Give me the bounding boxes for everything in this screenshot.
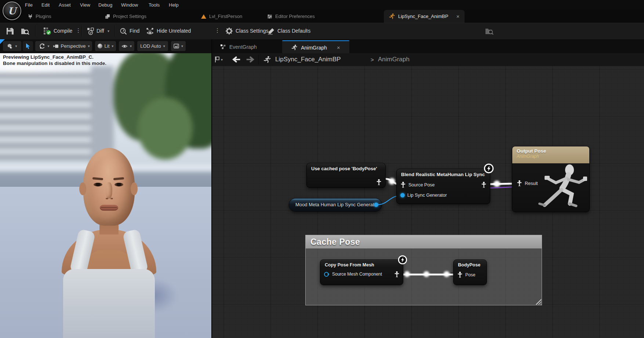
pose-output-pin[interactable]	[376, 179, 382, 185]
mannequin-figure	[533, 163, 589, 210]
bookmark-icon[interactable]	[214, 56, 220, 63]
menu-edit[interactable]: Edit	[41, 2, 50, 8]
tab-close-icon[interactable]: ×	[456, 13, 460, 19]
viewport-lod-dropdown[interactable]: LOD Auto ▾	[137, 41, 168, 51]
character-eye	[114, 183, 123, 186]
viewport-show-flags-dropdown[interactable]: ▾	[119, 41, 134, 51]
source-pose-input-pin[interactable]	[400, 182, 406, 188]
viewport-select-tool-button[interactable]	[23, 41, 33, 51]
tab-eventgraph-label: EventGraph	[229, 44, 257, 50]
pin-arrow-icon	[328, 273, 330, 275]
viewport-lit-dropdown[interactable]: Lit ▾	[95, 41, 116, 51]
wire-flow-pulse	[494, 181, 500, 187]
tab-plugins[interactable]: Plugins	[28, 10, 51, 23]
source-mesh-input-pin[interactable]	[324, 272, 330, 277]
node-body-pose[interactable]: BodyPose Pose	[453, 259, 487, 285]
tab-eventgraph[interactable]: EventGraph	[215, 40, 262, 53]
diff-icon[interactable]	[87, 28, 95, 35]
toolbar-separator	[308, 26, 308, 36]
result-input-pin[interactable]	[517, 180, 522, 186]
lit-label: Lit	[105, 43, 110, 49]
node-output-pose[interactable]: Output Pose AnimGraph Result	[512, 146, 590, 212]
breadcrumb-root[interactable]: LipSync_Face_AnimBP	[275, 56, 341, 63]
transform-mode-chevron-icon: ▾	[15, 44, 17, 48]
bone-manipulation-text: Bone manipulation is disabled in this mo…	[3, 60, 106, 66]
menu-help[interactable]: Help	[169, 2, 179, 8]
rotate-tool-icon	[39, 43, 45, 49]
menu-file[interactable]: File	[25, 2, 33, 8]
toolbar-separator	[35, 26, 36, 36]
tab-animgraph-close-icon[interactable]: ×	[337, 44, 340, 51]
toolbar-separator	[114, 26, 115, 36]
pin-row-lip-sync-generator: Lip Sync Generator	[400, 193, 447, 198]
back-arrow-icon[interactable]	[231, 56, 241, 63]
character-eye	[94, 183, 102, 186]
graph-breadcrumb-bar: ▾ LipSync_Face_AnimBP > AnimGraph	[212, 53, 644, 66]
browse-asset-icon[interactable]	[21, 28, 30, 35]
pose-input-pin[interactable]	[457, 272, 463, 278]
tab-lipsync-face-animbp[interactable]: LipSync_Face_AnimBP ×	[384, 10, 465, 23]
blend-output-pin[interactable]	[481, 182, 487, 188]
menu-debug[interactable]: Debug	[98, 2, 112, 8]
find-icon[interactable]	[120, 28, 128, 35]
compile-icon[interactable]	[43, 27, 51, 35]
menu-asset[interactable]: Asset	[59, 2, 71, 8]
lip-sync-generator-input-pin[interactable]	[400, 193, 405, 197]
viewport-toolbar: ▾ ▾ Perspective ▾ Lit ▾ ▾	[0, 39, 211, 53]
plug-icon	[28, 14, 33, 19]
perspective-chevron-icon: ▾	[88, 44, 90, 48]
node-title: Use cached pose 'BodyPose'	[307, 163, 385, 172]
tab-project-settings-label: Project Settings	[113, 14, 146, 19]
wire-flow-pulse	[389, 178, 395, 185]
tab-lvl-firstperson[interactable]: Lvl_FirstPerson	[201, 10, 242, 23]
tab-animgraph[interactable]: AnimGraph ×	[282, 40, 349, 54]
bookmark-chevron-icon[interactable]: ▾	[221, 58, 223, 62]
preview-viewport-panel[interactable]: ▾ ▾ Perspective ▾ Lit ▾ ▾	[0, 39, 211, 338]
diff-button[interactable]: Diff	[97, 28, 104, 34]
viewport-focus-corner	[0, 39, 5, 44]
wire-flow-pulse	[444, 271, 450, 277]
hide-unrelated-icon[interactable]	[146, 28, 154, 35]
class-defaults-icon[interactable]	[267, 28, 275, 35]
previewing-text: Previewing LipSync_Face_AnimBP_C.	[3, 54, 106, 60]
find-button[interactable]: Find	[130, 28, 139, 34]
node-title: BodyPose	[454, 260, 487, 269]
backdrop-tree	[138, 97, 193, 160]
node-copy-pose-from-mesh[interactable]: Copy Pose From Mesh Source Mesh Componen…	[320, 259, 403, 285]
compile-options-kebab[interactable]: ⋮	[76, 27, 81, 34]
editor-content: ▾ ▾ Perspective ▾ Lit ▾ ▾	[0, 39, 644, 338]
toolbar-separator	[81, 26, 82, 36]
tab-lipsync-face-animbp-label: LipSync_Face_AnimBP	[398, 14, 448, 19]
hide-unrelated-kebab[interactable]: ⋮	[215, 27, 220, 34]
node-use-cached-pose[interactable]: Use cached pose 'BodyPose'	[306, 163, 386, 188]
node-blend-metahuman-lipsync[interactable]: Blend Realistic MetaHuman Lip Sync Sourc…	[396, 169, 490, 204]
tab-editor-preferences[interactable]: Editor Preferences	[267, 10, 315, 23]
tab-project-settings[interactable]: Project Settings	[105, 10, 146, 23]
class-settings-button[interactable]: Class Settings	[236, 28, 268, 34]
viewport-perspective-dropdown[interactable]: Perspective ▾	[51, 41, 92, 51]
viewport-3d-scene[interactable]	[0, 53, 211, 338]
menu-view[interactable]: View	[80, 2, 90, 8]
menu-window[interactable]: Window	[121, 2, 138, 8]
fast-path-lightning-icon	[398, 255, 407, 265]
viewport-screenshot-button[interactable]: ▾	[171, 41, 186, 51]
unreal-logo[interactable]: U	[3, 1, 21, 20]
rotate-tool-chevron-icon: ▾	[47, 44, 49, 48]
class-defaults-button[interactable]: Class Defaults	[277, 28, 310, 34]
animgraph-canvas[interactable]: Cache Pose	[212, 66, 644, 338]
copy-pose-output-pin[interactable]	[394, 271, 400, 277]
menu-tools[interactable]: Tools	[149, 2, 160, 8]
browse-preview-icon[interactable]	[485, 28, 494, 35]
save-icon[interactable]	[6, 28, 14, 35]
compile-button[interactable]: Compile	[54, 28, 72, 34]
node-title: Copy Pose From Mesh	[320, 260, 403, 269]
tab-plugins-label: Plugins	[36, 14, 51, 19]
diff-chevron-icon[interactable]: ▾	[108, 29, 109, 33]
viewport-transform-mode-button[interactable]: ▾	[3, 41, 21, 51]
forward-arrow-icon[interactable]	[246, 56, 255, 63]
pose-label: Pose	[465, 272, 475, 277]
hide-unrelated-button[interactable]: Hide Unrelated	[157, 28, 191, 34]
class-settings-gear-icon[interactable]	[225, 27, 233, 35]
breadcrumb-current[interactable]: AnimGraph	[378, 56, 410, 63]
camera-icon	[53, 44, 59, 48]
